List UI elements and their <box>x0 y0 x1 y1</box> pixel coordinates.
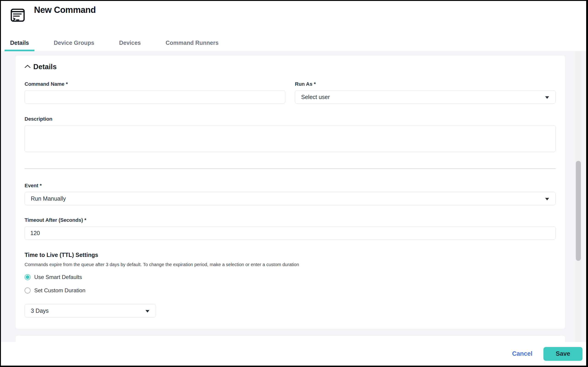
scrollbar-track[interactable] <box>575 51 581 342</box>
footer-bar: Cancel Save <box>1 342 586 366</box>
radio-button-icon <box>24 287 31 293</box>
command-name-label: Command Name * <box>24 81 285 87</box>
event-value: Run Manually <box>31 195 66 202</box>
run-as-value: Select user <box>301 94 330 100</box>
radio-label: Set Custom Duration <box>34 287 85 294</box>
cancel-button[interactable]: Cancel <box>511 350 534 358</box>
page-header: New Command Details Device Groups Device… <box>1 1 586 51</box>
event-select[interactable]: Run Manually <box>24 192 555 205</box>
section-title: Details <box>33 63 57 71</box>
chevron-down-icon <box>145 308 150 314</box>
tab-details[interactable]: Details <box>5 36 34 51</box>
screen: New Command Details Device Groups Device… <box>0 0 588 367</box>
tab-command-runners[interactable]: Command Runners <box>160 36 224 51</box>
page-title: New Command <box>34 5 96 15</box>
tab-devices[interactable]: Devices <box>114 36 146 51</box>
chevron-down-icon <box>545 195 549 202</box>
timeout-label: Timeout After (Seconds) * <box>24 217 555 223</box>
tab-device-groups[interactable]: Device Groups <box>48 36 100 51</box>
app-window: New Command Details Device Groups Device… <box>1 1 586 366</box>
chevron-up-icon <box>24 65 31 69</box>
details-section-header[interactable]: Details <box>24 62 555 71</box>
radio-button-icon <box>24 274 31 280</box>
run-as-select[interactable]: Select user <box>295 90 555 104</box>
command-name-input[interactable] <box>24 90 285 104</box>
section-divider <box>24 168 555 169</box>
event-label: Event * <box>24 183 555 189</box>
description-textarea[interactable] <box>24 125 555 152</box>
ttl-duration-select[interactable]: 3 Days <box>24 304 156 317</box>
run-as-label: Run As * <box>295 81 555 87</box>
radio-set-custom-duration[interactable]: Set Custom Duration <box>24 287 555 294</box>
description-label: Description <box>24 116 555 122</box>
save-button[interactable]: Save <box>543 347 582 361</box>
details-card: Details Command Name * Run As * Select u… <box>15 55 565 329</box>
radio-use-smart-defaults[interactable]: Use Smart Defaults <box>24 274 555 281</box>
tab-bar: Details Device Groups Devices Command Ru… <box>5 36 224 51</box>
ttl-duration-value: 3 Days <box>31 308 49 314</box>
command-window-icon <box>10 7 25 24</box>
scrollbar-thumb[interactable] <box>576 161 581 261</box>
ttl-settings-description: Commands expire from the queue after 3 d… <box>24 262 555 267</box>
chevron-down-icon <box>545 94 549 100</box>
ttl-settings-title: Time to Live (TTL) Settings <box>24 252 555 258</box>
radio-label: Use Smart Defaults <box>34 274 82 280</box>
timeout-input[interactable] <box>24 226 555 240</box>
